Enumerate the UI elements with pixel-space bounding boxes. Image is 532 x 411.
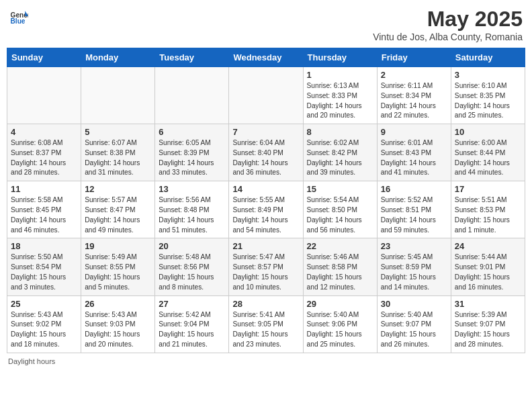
day-number: 3 [455,70,521,80]
calendar-cell: 5Sunrise: 6:07 AM Sunset: 8:38 PM Daylig… [81,124,155,181]
calendar-cell: 28Sunrise: 5:41 AM Sunset: 9:05 PM Dayli… [229,295,303,353]
day-number: 30 [381,299,447,309]
day-info: Sunrise: 5:41 AM Sunset: 9:05 PM Dayligh… [232,310,299,350]
day-number: 8 [307,127,373,137]
day-info: Sunrise: 5:47 AM Sunset: 8:57 PM Dayligh… [232,253,299,292]
day-number: 11 [11,184,77,194]
day-number: 22 [307,241,373,251]
day-number: 26 [85,299,151,309]
calendar-cell: 29Sunrise: 5:40 AM Sunset: 9:06 PM Dayli… [303,295,377,353]
col-header-tuesday: Tuesday [155,48,229,67]
calendar-table: SundayMondayTuesdayWednesdayThursdayFrid… [7,48,525,353]
day-number: 1 [307,70,373,80]
day-info: Sunrise: 5:58 AM Sunset: 8:45 PM Dayligh… [11,195,77,235]
day-number: 13 [159,184,225,194]
day-number: 31 [455,299,521,309]
svg-text:Blue: Blue [11,17,26,25]
day-info: Sunrise: 6:11 AM Sunset: 8:34 PM Dayligh… [381,81,447,121]
day-info: Sunrise: 5:54 AM Sunset: 8:50 PM Dayligh… [307,195,373,235]
calendar-cell: 7Sunrise: 6:04 AM Sunset: 8:40 PM Daylig… [229,124,303,181]
calendar-cell: 24Sunrise: 5:44 AM Sunset: 9:01 PM Dayli… [451,238,525,295]
calendar-cell [81,67,155,124]
day-info: Sunrise: 5:46 AM Sunset: 8:58 PM Dayligh… [307,253,373,292]
calendar-cell: 10Sunrise: 6:00 AM Sunset: 8:44 PM Dayli… [451,124,525,181]
day-info: Sunrise: 5:43 AM Sunset: 9:02 PM Dayligh… [11,310,77,350]
calendar-week-5: 25Sunrise: 5:43 AM Sunset: 9:02 PM Dayli… [7,295,525,353]
day-info: Sunrise: 5:56 AM Sunset: 8:48 PM Dayligh… [159,195,225,235]
day-number: 28 [232,299,299,309]
day-info: Sunrise: 5:43 AM Sunset: 9:03 PM Dayligh… [85,310,151,350]
day-number: 2 [381,70,447,80]
day-number: 9 [381,127,447,137]
calendar-cell: 14Sunrise: 5:55 AM Sunset: 8:49 PM Dayli… [229,181,303,238]
calendar-cell: 8Sunrise: 6:02 AM Sunset: 8:42 PM Daylig… [303,124,377,181]
calendar-week-4: 18Sunrise: 5:50 AM Sunset: 8:54 PM Dayli… [7,238,525,295]
calendar-cell: 21Sunrise: 5:47 AM Sunset: 8:57 PM Dayli… [229,238,303,295]
location: Vintu de Jos, Alba County, Romania [373,32,523,42]
calendar-week-3: 11Sunrise: 5:58 AM Sunset: 8:45 PM Dayli… [7,181,525,238]
day-info: Sunrise: 6:13 AM Sunset: 8:33 PM Dayligh… [307,81,373,121]
month-title: May 2025 [373,7,523,32]
day-number: 6 [159,127,225,137]
day-number: 27 [159,299,225,309]
calendar-cell: 25Sunrise: 5:43 AM Sunset: 9:02 PM Dayli… [7,295,81,353]
day-number: 12 [85,184,151,194]
calendar-cell: 16Sunrise: 5:52 AM Sunset: 8:51 PM Dayli… [377,181,451,238]
day-info: Sunrise: 6:04 AM Sunset: 8:40 PM Dayligh… [232,138,299,178]
day-number: 17 [455,184,521,194]
calendar-cell: 19Sunrise: 5:49 AM Sunset: 8:55 PM Dayli… [81,238,155,295]
calendar-cell: 30Sunrise: 5:40 AM Sunset: 9:07 PM Dayli… [377,295,451,353]
calendar-cell: 4Sunrise: 6:08 AM Sunset: 8:37 PM Daylig… [7,124,81,181]
page-header: General Blue May 2025 Vintu de Jos, Alba… [7,7,525,42]
calendar-header-row: SundayMondayTuesdayWednesdayThursdayFrid… [7,48,525,67]
title-block: May 2025 Vintu de Jos, Alba County, Roma… [373,7,523,42]
day-number: 14 [232,184,299,194]
calendar-week-2: 4Sunrise: 6:08 AM Sunset: 8:37 PM Daylig… [7,124,525,181]
day-info: Sunrise: 6:08 AM Sunset: 8:37 PM Dayligh… [11,138,77,178]
day-info: Sunrise: 5:49 AM Sunset: 8:55 PM Dayligh… [85,253,151,292]
logo-icon: General Blue [9,7,28,26]
calendar-cell: 12Sunrise: 5:57 AM Sunset: 8:47 PM Dayli… [81,181,155,238]
col-header-thursday: Thursday [303,48,377,67]
day-number: 29 [307,299,373,309]
day-info: Sunrise: 5:45 AM Sunset: 8:59 PM Dayligh… [381,253,447,292]
col-header-sunday: Sunday [7,48,81,67]
day-number: 18 [11,241,77,251]
col-header-saturday: Saturday [451,48,525,67]
footer-note: Daylight hours [7,357,525,365]
day-info: Sunrise: 5:57 AM Sunset: 8:47 PM Dayligh… [85,195,151,235]
logo: General Blue [9,7,28,26]
day-info: Sunrise: 5:51 AM Sunset: 8:53 PM Dayligh… [455,195,521,235]
day-info: Sunrise: 5:55 AM Sunset: 8:49 PM Dayligh… [232,195,299,235]
day-number: 21 [232,241,299,251]
calendar-cell: 31Sunrise: 5:39 AM Sunset: 9:07 PM Dayli… [451,295,525,353]
calendar-cell: 18Sunrise: 5:50 AM Sunset: 8:54 PM Dayli… [7,238,81,295]
col-header-monday: Monday [81,48,155,67]
day-info: Sunrise: 5:40 AM Sunset: 9:07 PM Dayligh… [381,310,447,350]
calendar-cell: 15Sunrise: 5:54 AM Sunset: 8:50 PM Dayli… [303,181,377,238]
calendar-cell: 3Sunrise: 6:10 AM Sunset: 8:35 PM Daylig… [451,67,525,124]
day-info: Sunrise: 5:42 AM Sunset: 9:04 PM Dayligh… [159,310,225,350]
day-info: Sunrise: 6:00 AM Sunset: 8:44 PM Dayligh… [455,138,521,178]
calendar-cell: 1Sunrise: 6:13 AM Sunset: 8:33 PM Daylig… [303,67,377,124]
day-number: 24 [455,241,521,251]
calendar-cell: 9Sunrise: 6:01 AM Sunset: 8:43 PM Daylig… [377,124,451,181]
col-header-friday: Friday [377,48,451,67]
calendar-cell [7,67,81,124]
day-info: Sunrise: 6:07 AM Sunset: 8:38 PM Dayligh… [85,138,151,178]
calendar-cell: 22Sunrise: 5:46 AM Sunset: 8:58 PM Dayli… [303,238,377,295]
calendar-cell: 23Sunrise: 5:45 AM Sunset: 8:59 PM Dayli… [377,238,451,295]
day-number: 5 [85,127,151,137]
calendar-cell: 27Sunrise: 5:42 AM Sunset: 9:04 PM Dayli… [155,295,229,353]
day-info: Sunrise: 6:10 AM Sunset: 8:35 PM Dayligh… [455,81,521,121]
day-info: Sunrise: 6:01 AM Sunset: 8:43 PM Dayligh… [381,138,447,178]
day-info: Sunrise: 5:50 AM Sunset: 8:54 PM Dayligh… [11,253,77,292]
calendar-cell [155,67,229,124]
calendar-week-1: 1Sunrise: 6:13 AM Sunset: 8:33 PM Daylig… [7,67,525,124]
day-number: 10 [455,127,521,137]
day-number: 20 [159,241,225,251]
day-info: Sunrise: 5:40 AM Sunset: 9:06 PM Dayligh… [307,310,373,350]
day-info: Sunrise: 6:05 AM Sunset: 8:39 PM Dayligh… [159,138,225,178]
calendar-cell: 26Sunrise: 5:43 AM Sunset: 9:03 PM Dayli… [81,295,155,353]
calendar-cell: 2Sunrise: 6:11 AM Sunset: 8:34 PM Daylig… [377,67,451,124]
